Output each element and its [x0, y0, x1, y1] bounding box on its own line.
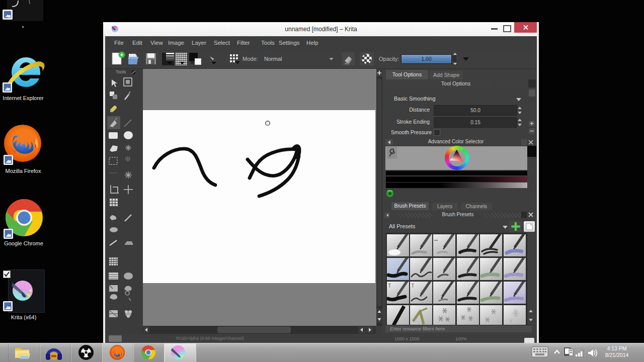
svg-text:T: T [388, 283, 391, 289]
svg-text:T: T [411, 283, 415, 289]
